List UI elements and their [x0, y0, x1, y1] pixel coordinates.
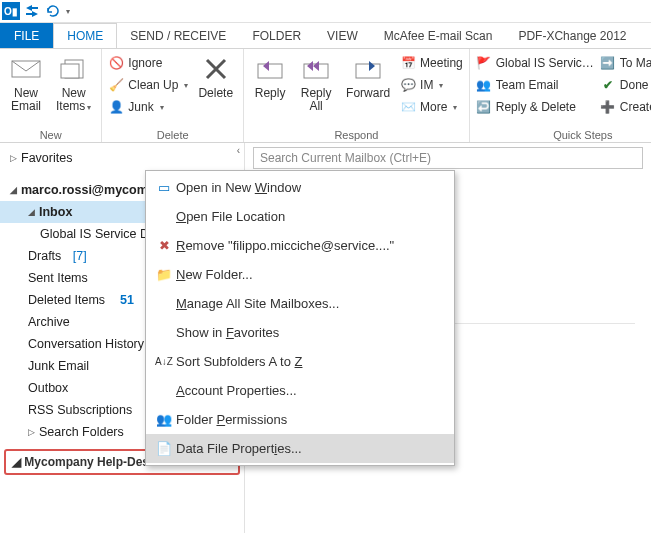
- reply-all-button[interactable]: Reply All: [296, 51, 336, 127]
- im-icon: 💬: [400, 77, 416, 93]
- qs-team-email[interactable]: 👥Team Email: [476, 75, 594, 95]
- qs-done[interactable]: ✔Done: [600, 75, 651, 95]
- remove-x-icon: ✖: [152, 238, 176, 253]
- undo-icon[interactable]: [44, 3, 60, 19]
- ribbon-tabs: FILE HOME SEND / RECEIVE FOLDER VIEW McA…: [0, 23, 651, 48]
- flag-icon: 🚩: [476, 55, 492, 71]
- deleted-count: 51: [120, 293, 134, 307]
- forward-button[interactable]: Forward: [342, 51, 394, 127]
- manager-icon: ➡️: [600, 55, 616, 71]
- reply-delete-icon: ↩️: [476, 99, 492, 115]
- svg-rect-5: [356, 64, 380, 78]
- svg-rect-2: [61, 64, 79, 78]
- properties-icon: 📄: [152, 441, 176, 456]
- drafts-count: [7]: [73, 249, 87, 263]
- ribbon: New Email New Items▾ New 🚫Ignore 🧹Clean …: [0, 48, 651, 143]
- tab-home[interactable]: HOME: [53, 23, 117, 48]
- folder-icon: 📁: [152, 267, 176, 282]
- ctx-show-favorites[interactable]: Show in Favorites: [146, 318, 454, 347]
- ctx-folder-permissions[interactable]: 👥 Folder Permissions: [146, 405, 454, 434]
- forward-icon: [352, 53, 384, 85]
- im-button[interactable]: 💬IM▾: [400, 75, 463, 95]
- new-items-label: New Items▾: [56, 87, 91, 113]
- tab-folder[interactable]: FOLDER: [239, 23, 314, 48]
- group-quicksteps-label: Quick Steps: [476, 127, 651, 142]
- cleanup-button[interactable]: 🧹Clean Up▾: [108, 75, 188, 95]
- search-input[interactable]: Search Current Mailbox (Ctrl+E): [253, 147, 643, 169]
- delete-x-icon: [200, 53, 232, 85]
- ctx-sort-subfolders[interactable]: A↓Z Sort Subfolders A to Z: [146, 347, 454, 376]
- meeting-button[interactable]: 📅Meeting: [400, 53, 463, 73]
- caret-down-icon: ◢: [12, 455, 21, 469]
- new-items-icon: [58, 53, 90, 85]
- group-new: New Email New Items▾ New: [0, 49, 102, 142]
- caret-right-icon: ▷: [28, 427, 35, 437]
- qs-reply-delete[interactable]: ↩️Reply & Delete: [476, 97, 594, 117]
- group-new-label: New: [6, 127, 95, 142]
- ctx-open-file-location[interactable]: Open File Location: [146, 202, 454, 231]
- junk-button[interactable]: 👤Junk▾: [108, 97, 188, 117]
- team-icon: 👥: [476, 77, 492, 93]
- reply-button[interactable]: Reply: [250, 51, 290, 127]
- create-icon: ➕: [600, 99, 616, 115]
- more-icon: ✉️: [400, 99, 416, 115]
- outlook-logo: O▮: [2, 2, 20, 20]
- ctx-new-folder[interactable]: 📁 New Folder...: [146, 260, 454, 289]
- group-quicksteps: 🚩Global IS Servic… 👥Team Email ↩️Reply &…: [470, 49, 651, 142]
- qs-create-new[interactable]: ➕Create New: [600, 97, 651, 117]
- ctx-account-properties[interactable]: Account Properties...: [146, 376, 454, 405]
- envelope-icon: [10, 53, 42, 85]
- ignore-icon: 🚫: [108, 55, 124, 71]
- new-email-button[interactable]: New Email: [6, 51, 46, 127]
- group-delete-label: Delete: [108, 127, 237, 142]
- tab-file[interactable]: FILE: [0, 23, 53, 48]
- quick-access-toolbar: ▾: [24, 3, 70, 19]
- new-items-button[interactable]: New Items▾: [52, 51, 95, 127]
- qs-to-manager[interactable]: ➡️To Manager: [600, 53, 651, 73]
- reply-icon: [254, 53, 286, 85]
- qs-global-is[interactable]: 🚩Global IS Servic…: [476, 53, 594, 73]
- caret-right-icon: ▷: [10, 153, 17, 163]
- ctx-open-new-window[interactable]: ▭ Open in New Window: [146, 173, 454, 202]
- group-respond: Reply Reply All Forward 📅Meeting 💬IM▾ ✉️…: [244, 49, 470, 142]
- check-icon: ✔: [600, 77, 616, 93]
- ignore-button[interactable]: 🚫Ignore: [108, 53, 188, 73]
- group-respond-label: Respond: [250, 127, 463, 142]
- svg-rect-3: [258, 64, 282, 78]
- nav-favorites[interactable]: ▷Favorites: [0, 147, 244, 169]
- broom-icon: 🧹: [108, 77, 124, 93]
- junk-icon: 👤: [108, 99, 124, 115]
- meeting-icon: 📅: [400, 55, 416, 71]
- group-delete: 🚫Ignore 🧹Clean Up▾ 👤Junk▾ Delete Delete: [102, 49, 244, 142]
- caret-down-icon: ◢: [10, 185, 17, 195]
- title-bar: O▮ ▾: [0, 0, 651, 23]
- ctx-manage-mailboxes[interactable]: Manage All Site Mailboxes...: [146, 289, 454, 318]
- new-email-label: New Email: [11, 87, 41, 113]
- tab-mcafee[interactable]: McAfee E-mail Scan: [371, 23, 506, 48]
- window-icon: ▭: [152, 180, 176, 195]
- tab-send-receive[interactable]: SEND / RECEIVE: [117, 23, 239, 48]
- reply-all-icon: [300, 53, 332, 85]
- more-button[interactable]: ✉️More▾: [400, 97, 463, 117]
- tab-view[interactable]: VIEW: [314, 23, 371, 48]
- permissions-icon: 👥: [152, 412, 176, 427]
- caret-down-icon: ◢: [28, 207, 35, 217]
- qat-dropdown-icon[interactable]: ▾: [66, 7, 70, 16]
- sort-az-icon: A↓Z: [152, 356, 176, 367]
- send-receive-icon[interactable]: [24, 3, 40, 19]
- tab-pdfxchange[interactable]: PDF-XChange 2012: [505, 23, 639, 48]
- folder-context-menu: ▭ Open in New Window Open File Location …: [145, 170, 455, 466]
- ctx-data-file-properties[interactable]: 📄 Data File Properties...: [146, 434, 454, 463]
- collapse-nav-icon[interactable]: ‹: [237, 145, 240, 156]
- ctx-remove-account[interactable]: ✖ Remove "filippo.micciche@service....": [146, 231, 454, 260]
- delete-button[interactable]: Delete: [194, 51, 237, 127]
